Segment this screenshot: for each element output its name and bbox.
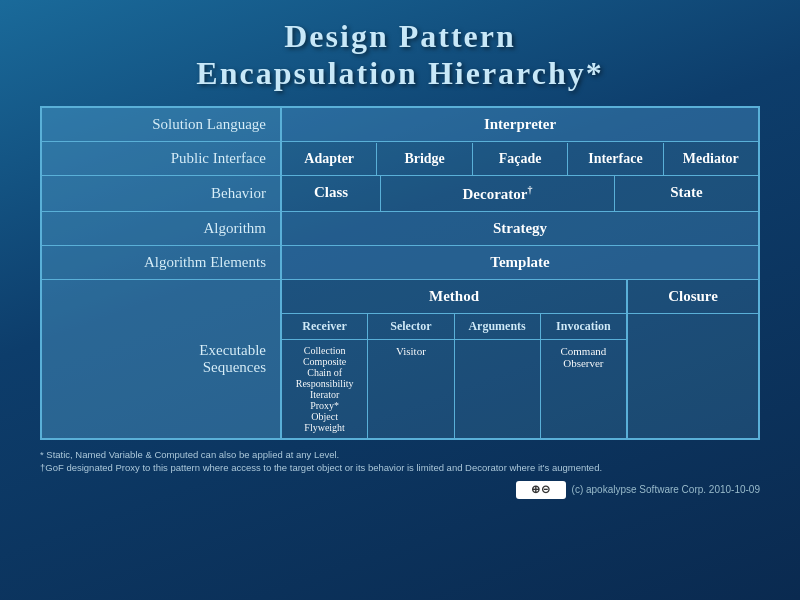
- cell-mediator: Mediator: [664, 143, 758, 175]
- row-solution-language: Solution Language Interpreter: [42, 108, 758, 142]
- cell-bridge: Bridge: [377, 143, 472, 175]
- title-line2: Encapsulation Hierarchy*: [196, 55, 603, 92]
- cell-interpreter: Interpreter: [282, 108, 758, 141]
- col-invocation: Command Observer: [541, 340, 626, 438]
- footer-copyright: (c) apokalypse Software Corp. 2010-10-09: [572, 484, 760, 495]
- content-strategy: Strategy: [282, 212, 758, 245]
- cell-state: State: [615, 176, 758, 211]
- exec-sub: Receiver Selector Arguments Invocation C…: [282, 314, 758, 438]
- hierarchy-table: Solution Language Interpreter Public Int…: [40, 106, 760, 440]
- label-algorithm-elements: Algorithm Elements: [42, 246, 282, 279]
- exec-sub-data: Collection Composite Chain of Responsibi…: [282, 340, 626, 438]
- label-algorithm: Algorithm: [42, 212, 282, 245]
- label-public-interface: Public Interface: [42, 142, 282, 175]
- sub-hdr-arguments: Arguments: [455, 314, 541, 339]
- main-container: Design Pattern Encapsulation Hierarchy* …: [0, 0, 800, 600]
- sub-hdr-receiver: Receiver: [282, 314, 368, 339]
- row-public-interface: Public Interface Adapter Bridge Façade I…: [42, 142, 758, 176]
- cell-decorator: Decorator†: [381, 176, 615, 211]
- cell-interface: Interface: [568, 143, 663, 175]
- sub-hdr-selector: Selector: [368, 314, 454, 339]
- cell-method: Method: [282, 280, 628, 313]
- content-interpreter: Interpreter: [282, 108, 758, 141]
- cell-closure: Closure: [628, 280, 758, 313]
- col-selector: Visitor: [368, 340, 454, 438]
- cell-template: Template: [282, 246, 758, 279]
- content-executable: Method Closure Receiver Selector Argumen…: [282, 280, 758, 438]
- row-behavior: Behavior Class Decorator† State: [42, 176, 758, 212]
- title-line1: Design Pattern: [196, 18, 603, 55]
- row-algorithm-elements: Algorithm Elements Template: [42, 246, 758, 280]
- footnotes: * Static, Named Variable & Computed can …: [40, 448, 760, 475]
- col-receiver: Collection Composite Chain of Responsibi…: [282, 340, 368, 438]
- cell-facade: Façade: [473, 143, 568, 175]
- sub-hdr-invocation: Invocation: [541, 314, 626, 339]
- content-behavior: Class Decorator† State: [282, 176, 758, 211]
- row-algorithm: Algorithm Strategy: [42, 212, 758, 246]
- cc-icon: ⊕⊝: [531, 483, 551, 496]
- footer-bar: ⊕⊝ (c) apokalypse Software Corp. 2010-10…: [40, 481, 760, 499]
- col-arguments: [455, 340, 541, 438]
- row-executable-sequences: ExecutableSequences Method Closure Recei…: [42, 280, 758, 438]
- cell-class: Class: [282, 176, 381, 211]
- label-executable-sequences: ExecutableSequences: [42, 280, 282, 438]
- title-area: Design Pattern Encapsulation Hierarchy*: [196, 18, 603, 92]
- footnote-line2: †GoF designated Proxy to this pattern wh…: [40, 461, 760, 474]
- exec-top: Method Closure: [282, 280, 758, 314]
- label-solution-language: Solution Language: [42, 108, 282, 141]
- label-behavior: Behavior: [42, 176, 282, 211]
- footnote-line1: * Static, Named Variable & Computed can …: [40, 448, 760, 461]
- cc-badge: ⊕⊝: [516, 481, 566, 499]
- beh-cells: Class Decorator† State: [282, 176, 758, 211]
- content-template: Template: [282, 246, 758, 279]
- content-public-interface: Adapter Bridge Façade Interface Mediator: [282, 142, 758, 175]
- pub-cells: Adapter Bridge Façade Interface Mediator: [282, 143, 758, 175]
- exec-sub-left: Receiver Selector Arguments Invocation C…: [282, 314, 628, 438]
- cell-strategy: Strategy: [282, 212, 758, 245]
- cell-adapter: Adapter: [282, 143, 377, 175]
- exec-right-blank: [628, 314, 758, 438]
- exec-sub-headers: Receiver Selector Arguments Invocation: [282, 314, 626, 340]
